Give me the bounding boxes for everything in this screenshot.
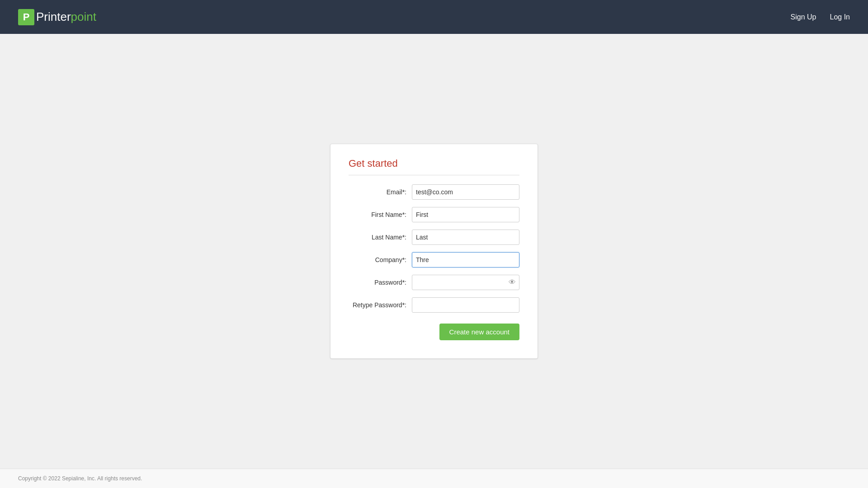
logo-text: Printer point bbox=[36, 10, 96, 24]
login-link[interactable]: Log In bbox=[830, 13, 850, 21]
logo-icon-letter: P bbox=[23, 12, 30, 22]
lastname-input[interactable] bbox=[412, 230, 519, 245]
company-label: Company*: bbox=[349, 256, 412, 263]
header: P Printer point Sign Up Log In bbox=[0, 0, 868, 34]
email-input[interactable] bbox=[412, 184, 519, 200]
company-input[interactable] bbox=[412, 252, 519, 267]
firstname-input[interactable] bbox=[412, 207, 519, 222]
nav: Sign Up Log In bbox=[791, 13, 850, 21]
lastname-group: Last Name*: bbox=[349, 230, 519, 245]
email-group: Email*: bbox=[349, 184, 519, 200]
form-title: Get started bbox=[349, 158, 519, 175]
main-content: Get started Email*: First Name*: Last Na… bbox=[0, 34, 868, 469]
signup-form-card: Get started Email*: First Name*: Last Na… bbox=[330, 144, 538, 359]
show-password-icon[interactable]: 👁 bbox=[509, 278, 516, 286]
retype-password-input[interactable] bbox=[412, 297, 519, 313]
email-label: Email*: bbox=[349, 188, 412, 196]
lastname-label: Last Name*: bbox=[349, 234, 412, 241]
company-group: Company*: bbox=[349, 252, 519, 267]
logo-icon: P bbox=[18, 9, 34, 25]
retype-password-group: Retype Password*: bbox=[349, 297, 519, 313]
form-actions: Create new account bbox=[349, 324, 519, 340]
logo-point: point bbox=[71, 10, 96, 24]
password-label: Password*: bbox=[349, 279, 412, 286]
footer: Copyright © 2022 Sepialine, Inc. All rig… bbox=[0, 469, 868, 488]
copyright-text: Copyright © 2022 Sepialine, Inc. All rig… bbox=[18, 475, 142, 482]
signup-link[interactable]: Sign Up bbox=[791, 13, 816, 21]
retype-password-label: Retype Password*: bbox=[349, 301, 412, 309]
password-wrapper: 👁 bbox=[412, 275, 519, 290]
password-group: Password*: 👁 bbox=[349, 275, 519, 290]
create-account-button[interactable]: Create new account bbox=[439, 324, 519, 340]
firstname-group: First Name*: bbox=[349, 207, 519, 222]
logo-printer: Printer bbox=[36, 10, 71, 24]
password-input[interactable] bbox=[412, 275, 519, 290]
logo: P Printer point bbox=[18, 9, 96, 25]
firstname-label: First Name*: bbox=[349, 211, 412, 218]
